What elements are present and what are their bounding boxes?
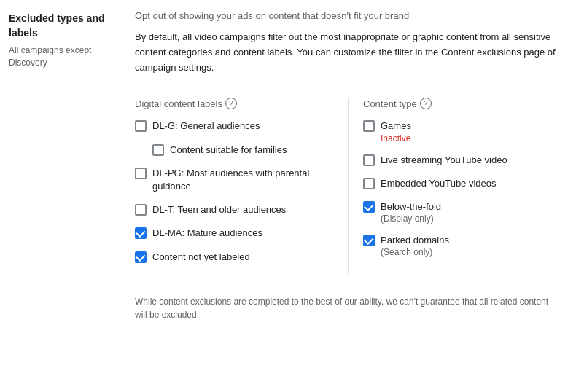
dl-ma-checkbox[interactable]: [135, 227, 147, 239]
opt-out-description: Opt out of showing your ads on content t…: [135, 10, 561, 21]
dl-families-label: Content suitable for families: [170, 144, 287, 157]
dl-t-checkbox[interactable]: [135, 204, 147, 216]
divider: [135, 87, 561, 87]
parked-domains-label-block: Parked domains (Search only): [381, 234, 449, 257]
parked-domains-checkbox[interactable]: [363, 235, 375, 246]
list-item: DL-MA: Mature audiences: [135, 227, 333, 240]
dl-unlabeled-checkbox[interactable]: [135, 251, 147, 263]
dl-t-label: DL-T: Teen and older audiences: [152, 203, 286, 216]
digital-labels-header-text: Digital content labels: [135, 98, 222, 109]
list-item: Content suitable for families: [152, 144, 333, 157]
list-item: Embedded YouTube videos: [363, 177, 561, 190]
live-streaming-checkbox[interactable]: [363, 154, 375, 166]
digital-labels-column: Digital content labels ? DL-G: General a…: [135, 98, 349, 273]
below-fold-label-block: Below-the-fold (Display only): [381, 200, 441, 224]
content-type-header-text: Content type: [363, 98, 417, 109]
digital-labels-help-icon[interactable]: ?: [225, 98, 237, 109]
parked-domains-subtext: (Search only): [381, 247, 449, 257]
list-item: Live streaming YouTube video: [363, 154, 561, 167]
list-item: DL-PG: Most audiences with parental guid…: [135, 167, 333, 193]
main-description: By default, all video campaigns filter o…: [135, 30, 561, 75]
footer-note: While content exclusions are completed t…: [135, 286, 561, 321]
list-item: Below-the-fold (Display only): [363, 200, 561, 224]
list-item: Parked domains (Search only): [363, 234, 561, 257]
columns-container: Digital content labels ? DL-G: General a…: [135, 98, 561, 273]
parked-domains-label: Parked domains: [381, 234, 449, 247]
list-item: Games Inactive: [363, 119, 561, 143]
dl-g-checkbox[interactable]: [135, 120, 147, 132]
embedded-checkbox[interactable]: [363, 178, 375, 189]
list-item: Content not yet labeled: [135, 251, 333, 264]
below-fold-label: Below-the-fold: [381, 200, 441, 213]
sidebar: Excluded types and labels All campaigns …: [0, 0, 120, 392]
dl-g-label: DL-G: General audiences: [152, 119, 260, 133]
main-content: Opt out of showing your ads on content t…: [120, 0, 576, 392]
games-label-block: Games Inactive: [381, 119, 411, 143]
below-fold-checkbox[interactable]: [363, 201, 375, 213]
dl-ma-label: DL-MA: Mature audiences: [152, 227, 262, 240]
content-type-help-icon[interactable]: ?: [420, 98, 432, 109]
dl-pg-label: DL-PG: Most audiences with parental guid…: [152, 167, 333, 193]
games-inactive-badge: Inactive: [381, 133, 411, 144]
dl-pg-checkbox[interactable]: [135, 168, 147, 179]
content-type-header: Content type ?: [363, 98, 561, 109]
dl-families-checkbox[interactable]: [152, 144, 164, 156]
sidebar-subtitle: All campaigns except Discovery: [9, 44, 108, 69]
games-label: Games: [381, 119, 411, 133]
live-streaming-label: Live streaming YouTube video: [381, 154, 507, 167]
content-type-column: Content type ? Games Inactive Live strea…: [349, 98, 561, 273]
games-checkbox[interactable]: [363, 120, 375, 132]
dl-unlabeled-label: Content not yet labeled: [152, 251, 250, 264]
list-item: DL-T: Teen and older audiences: [135, 203, 333, 216]
page-container: Excluded types and labels All campaigns …: [0, 0, 576, 392]
list-item: DL-G: General audiences: [135, 119, 333, 133]
embedded-label: Embedded YouTube videos: [381, 177, 497, 190]
below-fold-subtext: (Display only): [381, 213, 441, 224]
sidebar-title: Excluded types and labels: [9, 12, 108, 40]
digital-labels-header: Digital content labels ?: [135, 98, 333, 109]
